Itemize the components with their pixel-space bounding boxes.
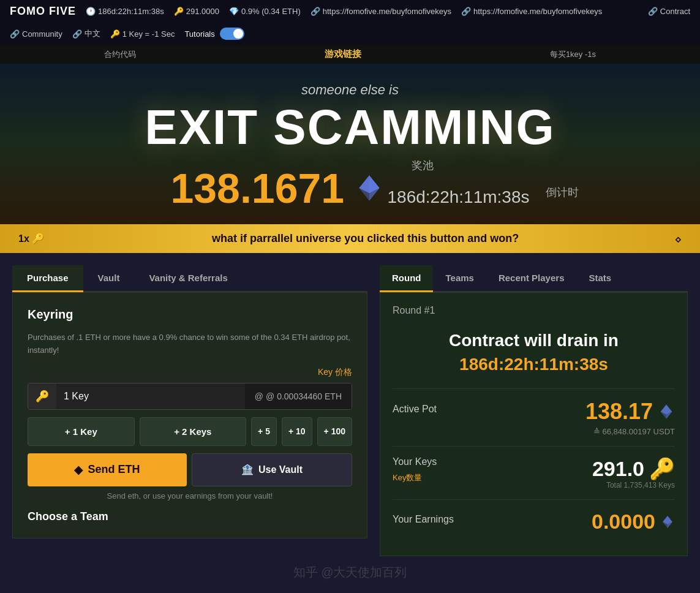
link1-display[interactable]: 🔗 https://fomofive.me/buyfomofivekeys (310, 7, 451, 16)
chinese-icon: 🔗 (72, 29, 82, 39)
choose-team-label: Choose a Team (28, 510, 352, 523)
main-content: Purchase Vault Vanity & Referrals Keyrin… (0, 253, 700, 568)
svg-marker-3 (359, 175, 369, 193)
at-sign: @ (255, 391, 263, 401)
cta-key-label: 1x 🔑 (18, 233, 44, 244)
contract-icon: 🔗 (648, 7, 658, 16)
active-pot-label: Active Pot (393, 404, 437, 415)
eth-icon-pot (658, 403, 675, 420)
link2-display[interactable]: 🔗 https://fomofive.me/buyfomofivekeys (461, 7, 602, 16)
plus5-keys-button[interactable]: + 5 (251, 417, 277, 446)
contract-link[interactable]: 🔗 Contract (648, 7, 690, 16)
key-input-icon: 🔑 (28, 383, 56, 409)
your-earnings-row: Your Earnings 0.0000 (393, 499, 675, 543)
clock-icon: 🕐 (86, 7, 96, 16)
left-panel-tabs: Purchase Vault Vanity & Referrals (12, 265, 367, 292)
your-keys-left: Your Keys Key数量 (393, 456, 437, 483)
key-icon: 🔑 (174, 7, 184, 16)
key-icon-right: 🔑 (649, 456, 675, 481)
your-keys-label: Your Keys (393, 456, 437, 467)
key-quantity-input[interactable] (56, 383, 245, 409)
game-link-center[interactable]: 游戏链接 (325, 48, 361, 60)
toggle-switch[interactable] (220, 28, 244, 40)
key-count-label: Key数量 (393, 472, 437, 483)
diamond-icon: 💎 (229, 7, 239, 16)
total-keys-label: Total 1,735,413 Keys (592, 481, 675, 489)
your-keys-right: 291.0 🔑 Total 1,735,413 Keys (592, 456, 675, 489)
plus10-keys-button[interactable]: + 10 (282, 417, 312, 446)
eth-icon: ◆ (74, 463, 83, 477)
community-icon: 🔗 (10, 29, 20, 39)
action-buttons: ◆ Send ETH 🏦 Use Vault (28, 453, 352, 486)
active-pot-row: Active Pot 138.17 ≙ 66,848.00197 USDT (393, 388, 675, 446)
round-label: Round #1 (393, 305, 675, 316)
drain-timer: 186d:22h:11m:38s (393, 352, 675, 376)
tutorials-label: Tutorials (184, 29, 214, 39)
key-input-row: 🔑 @ @ 0.00034460 ETH (28, 383, 352, 410)
chinese-link[interactable]: 🔗 中文 (72, 28, 100, 39)
right-panel-body: Round #1 Contract will drain in 186d:22h… (380, 292, 688, 556)
key-buttons-row: + 1 Key + 2 Keys + 5 + 10 + 100 (28, 417, 352, 446)
plus100-keys-button[interactable]: + 100 (317, 417, 352, 446)
your-earnings-label: Your Earnings (393, 514, 454, 525)
right-panel-tabs: Round Teams Recent Players Stats (380, 265, 688, 292)
right-panel: Round Teams Recent Players Stats Round #… (380, 265, 688, 556)
hero-section: someone else is EXIT SCAMMING 138.1671 奖… (0, 64, 700, 224)
sub-navigation: 合约代码 游戏链接 每买1key -1s (0, 45, 700, 64)
tab-teams[interactable]: Teams (433, 265, 486, 292)
buy-key-label: 每买1key -1s (550, 49, 596, 60)
hero-title: EXIT SCAMMING (12, 103, 688, 152)
tab-purchase[interactable]: Purchase (12, 265, 83, 292)
key-price-value: @ 0.00034460 ETH (266, 391, 342, 401)
top-navigation: FOMO FIVE 🕐 186d:22h:11m:38s 🔑 291.0000 … (0, 0, 700, 45)
keys-display: 🔑 291.0000 (174, 7, 219, 16)
timer-display: 🕐 186d:22h:11m:38s (86, 7, 164, 16)
hero-subtitle: someone else is (12, 82, 688, 98)
use-vault-button[interactable]: 🏦 Use Vault (192, 453, 352, 486)
key-price-label: Key 价格 (28, 367, 352, 378)
link-icon2: 🔗 (461, 7, 471, 16)
tab-round[interactable]: Round (380, 265, 433, 292)
plus2-keys-button[interactable]: + 2 Keys (140, 417, 247, 446)
panel-description: Purchases of .1 ETH or more have a 0.9% … (28, 331, 352, 357)
cta-banner[interactable]: 1x 🔑 what if parrallel universe you clic… (0, 224, 700, 253)
tab-stats[interactable]: Stats (576, 265, 623, 292)
key-price-display: @ @ 0.00034460 ETH (245, 383, 352, 409)
tab-recent-players[interactable]: Recent Players (486, 265, 577, 292)
plus1-key-button[interactable]: + 1 Key (28, 417, 135, 446)
left-panel-body: Keyring Purchases of .1 ETH or more have… (12, 292, 367, 538)
earnings-value: 0.0000 (592, 510, 675, 534)
countdown-label: 倒计时 (546, 185, 579, 200)
hero-amount: 138.1671 (170, 164, 385, 212)
airdrop-display: 💎 0.9% (0.34 ETH) (229, 7, 301, 16)
arrow-right-icon: ⬦ (674, 232, 682, 246)
eth-icon-earnings (660, 515, 675, 529)
cta-text: what if parrallel universe you clicked t… (56, 232, 674, 245)
active-pot-value: 138.17 (585, 399, 675, 425)
community-link[interactable]: 🔗 Community (10, 29, 62, 39)
toggle-knob (233, 29, 243, 39)
prize-pool-label: 奖池 (412, 158, 434, 173)
eth-logo-icon (354, 173, 385, 203)
tab-vault[interactable]: Vault (83, 265, 135, 292)
drain-text: Contract will drain in 186d:22h:11m:38s (393, 328, 675, 376)
your-keys-row: Your Keys Key数量 291.0 🔑 Total 1,735,413 … (393, 446, 675, 499)
link-icon: 🔗 (310, 7, 320, 16)
tab-vanity-referrals[interactable]: Vanity & Referrals (134, 265, 242, 292)
drain-text-line1: Contract will drain in (393, 328, 675, 352)
logo: FOMO FIVE (10, 5, 76, 18)
amount-value: 138.1671 (170, 164, 344, 212)
svg-marker-4 (369, 175, 380, 193)
send-eth-button[interactable]: ◆ Send ETH (28, 453, 187, 486)
key-timer-icon: 🔑 (110, 29, 120, 39)
left-panel: Purchase Vault Vanity & Referrals Keyrin… (12, 265, 367, 538)
key-value: 291.0 🔑 (592, 456, 675, 481)
hero-timer: 186d:22h:11m:38s (388, 187, 530, 207)
vault-icon: 🏦 (241, 464, 254, 475)
key-timer-display: 🔑 1 Key = -1 Sec (110, 29, 175, 39)
contract-code-link[interactable]: 合约代码 (104, 49, 136, 60)
panel-title: Keyring (28, 308, 352, 322)
tutorials-toggle[interactable]: Tutorials (184, 28, 244, 40)
active-pot-usdt: ≙ 66,848.00197 USDT (393, 427, 675, 436)
hint-text: Send eth, or use your earnings from your… (28, 491, 352, 500)
